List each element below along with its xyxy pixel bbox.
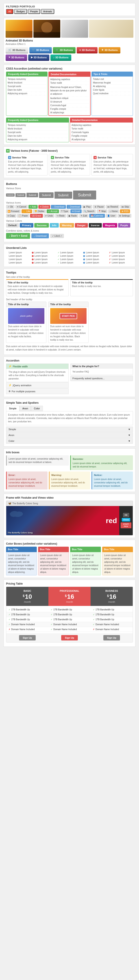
accordion-item[interactable]: Commodo fugata bbox=[71, 130, 131, 134]
acc-header-3[interactable]: ⊕ For multiple purposes bbox=[6, 389, 68, 394]
btn-liked[interactable]: ✓ Liked ✓ bbox=[50, 234, 64, 238]
btn-settings[interactable]: ⚙ Settings bbox=[117, 214, 131, 218]
accordion-item[interactable]: Commoda fugal bbox=[50, 104, 88, 107]
accordion-item[interactable]: Suscipit arele bbox=[8, 84, 46, 88]
btn-skip[interactable]: ⏭ Skip bbox=[120, 205, 131, 209]
btn-download-send[interactable]: ↓ Don't + Send bbox=[6, 233, 30, 239]
accordion-item[interactable]: Morbi tincidunt bbox=[8, 127, 68, 130]
btn-warning[interactable]: Warning bbox=[60, 223, 74, 228]
btn-3d-darkblue-1[interactable]: ▶3D Buttons bbox=[28, 54, 49, 61]
btn-erase[interactable]: ⌫ Erase bbox=[30, 214, 43, 218]
btn-success[interactable]: Success bbox=[34, 223, 49, 228]
accordion-item[interactable]: Tempus nonummy bbox=[8, 123, 68, 127]
btn-home[interactable]: ⌂ Home bbox=[108, 209, 119, 213]
btn-play[interactable]: ▶ Play bbox=[82, 205, 92, 209]
btn-dislike[interactable]: 👎 Dislike bbox=[33, 209, 46, 213]
accordion-item[interactable]: Fongilla creepie bbox=[50, 107, 88, 111]
accordion-item[interactable]: Tortor mollit bbox=[50, 81, 88, 85]
btn-primary[interactable]: Primary bbox=[20, 223, 33, 228]
btn-3d-teal-1[interactable]: ♪3D Buttons bbox=[51, 54, 71, 61]
btn-copy[interactable]: ⎘ Copy bbox=[6, 214, 16, 218]
btn-info[interactable]: Info bbox=[50, 223, 59, 228]
accordion-item[interactable]: laudantium reliquii bbox=[50, 97, 88, 100]
filter-tab-badges[interactable]: Badges bbox=[14, 9, 27, 14]
btn-download-mid[interactable]: ↓ Download bbox=[32, 233, 49, 238]
btn-size-md[interactable]: Submit bbox=[27, 193, 38, 197]
accordion-item[interactable]: Adipiscing aroquum bbox=[8, 92, 46, 95]
btn-cancel[interactable]: ✕ Cancel bbox=[15, 205, 28, 209]
btn-3d-green-1[interactable]: 🛒3D Buttons bbox=[53, 47, 76, 53]
btn-download[interactable]: ↓ Download bbox=[51, 205, 66, 209]
btn-size-sm[interactable]: Submit bbox=[16, 193, 25, 197]
btn-paste[interactable]: 📋 Paste bbox=[17, 214, 29, 218]
btn-danger[interactable]: Danger bbox=[75, 223, 88, 228]
faq-question-2[interactable]: Frequently asked questions... bbox=[71, 376, 133, 381]
btn-radio[interactable]: ◉ Radio bbox=[67, 214, 79, 218]
pricing-btn-basic[interactable]: Sign Up bbox=[19, 635, 36, 641]
btn-forward[interactable]: ⏩ Forward bbox=[6, 209, 21, 213]
tab-color[interactable]: Color bbox=[31, 406, 43, 411]
btn-size-xl[interactable]: Submit bbox=[54, 192, 72, 199]
accordion-item[interactable]: Suscipit arele bbox=[8, 130, 68, 134]
accordion-item[interactable]: Adipiscing sapiebos bbox=[71, 123, 131, 127]
accordion-item[interactable]: Ut deserunt bbox=[50, 100, 88, 104]
btn-user[interactable]: 👤 User bbox=[106, 214, 117, 218]
btn-map[interactable]: 📍 Map bbox=[96, 209, 107, 213]
accordion-item[interactable]: Maecenas feugiat bbox=[93, 81, 131, 84]
accordion-item[interactable]: At adipiscings bbox=[50, 111, 88, 115]
btn-3d-orange-1[interactable]: ★3D Buttons bbox=[99, 47, 120, 53]
accordion-item[interactable]: At adipiscing bbox=[93, 84, 131, 88]
faq-question-1[interactable]: What is the plugin for? bbox=[71, 364, 133, 369]
btn-calendar[interactable]: 📅 Calendar bbox=[89, 214, 105, 218]
btn-inverse[interactable]: Inverse bbox=[89, 223, 102, 228]
btn-undo[interactable]: ↩ Undo bbox=[44, 214, 54, 218]
accordion-item[interactable]: Totatur esit bbox=[93, 78, 131, 81]
acc-header-1[interactable]: ⚡ Flexible width bbox=[6, 364, 68, 369]
btn-ok[interactable]: ✓ Ok bbox=[6, 205, 14, 209]
accordion-item[interactable]: Morbi tincidunt bbox=[8, 81, 46, 84]
btn-redo[interactable]: ↪ Redo bbox=[55, 214, 66, 218]
btn-type[interactable]: T Type bbox=[60, 209, 70, 213]
accordion-item[interactable]: Diam leo tulim bbox=[8, 134, 68, 138]
accordion-item[interactable]: At adipiscings bbox=[71, 138, 131, 141]
filter-tab-animals[interactable]: Animals bbox=[41, 9, 54, 14]
btn-3d-blue-1[interactable]: 🛒3D Buttons bbox=[29, 47, 52, 53]
tab-anon[interactable]: Anon bbox=[19, 406, 31, 411]
btn-size-xs[interactable]: Submit bbox=[6, 193, 14, 197]
accordion-item[interactable]: Diam leo tulim bbox=[8, 88, 46, 92]
btn-size-xxl[interactable]: Submit bbox=[73, 191, 96, 199]
btn-email[interactable]: ✉ Email bbox=[70, 209, 82, 213]
tab-simple[interactable]: Simple bbox=[6, 406, 19, 411]
spoiler-2[interactable]: Anon ▼ bbox=[6, 433, 133, 438]
accordion-item[interactable]: Color tigula bbox=[93, 88, 131, 92]
btn-search[interactable]: 🔍 Search bbox=[82, 209, 96, 213]
btn-default[interactable]: Default bbox=[6, 223, 19, 228]
btn-accept[interactable]: ✓ Accept bbox=[47, 209, 59, 213]
btn-like[interactable]: 👍 Like bbox=[22, 209, 32, 213]
btn-purple[interactable]: Purple bbox=[118, 223, 130, 228]
spoiler-1[interactable]: Simple ▼ bbox=[6, 426, 133, 432]
filter-tab-people[interactable]: People bbox=[28, 9, 40, 14]
btn-3d-red-1[interactable]: ♥3D Buttons bbox=[77, 47, 98, 53]
btn-size-lg[interactable]: Submit bbox=[39, 192, 53, 198]
accordion-item[interactable]: Fongilla creepie bbox=[71, 134, 131, 138]
accordion-item[interactable]: Tempus nonummy bbox=[8, 78, 46, 81]
btn-magenta[interactable]: Magenta bbox=[103, 223, 117, 228]
filter-tab-all[interactable]: All bbox=[6, 9, 13, 14]
accordion-item[interactable]: Adipiscing aroquum bbox=[8, 138, 68, 141]
btn-rewind[interactable]: ⏮ Rewind bbox=[106, 205, 119, 209]
accordion-item[interactable]: Adipiscing sapiebos bbox=[50, 78, 88, 81]
btn-pause[interactable]: ⏸ Pause bbox=[93, 205, 105, 209]
btn-edit[interactable]: ✎ Edit bbox=[79, 214, 88, 218]
spoiler-3[interactable]: Color ▼ bbox=[6, 438, 133, 444]
btn-rss[interactable]: ⊕ RSS bbox=[120, 209, 130, 213]
acc-header-2[interactable]: ⚡ jQuery animation bbox=[6, 383, 68, 388]
btn-3d-gray-1[interactable]: 🛒3D Buttons bbox=[6, 47, 28, 53]
btn-3d-purple-1[interactable]: ✦3D Buttons bbox=[6, 54, 27, 61]
btn-download-2[interactable]: ↓ Download bbox=[66, 205, 81, 209]
pricing-btn-pro[interactable]: Sign Up bbox=[61, 635, 78, 641]
btn-delete[interactable]: ✕ Delete bbox=[38, 205, 51, 209]
accordion-item[interactable]: Qued molestive bbox=[93, 92, 131, 95]
btn-add[interactable]: + Add bbox=[28, 205, 38, 209]
pricing-btn-business[interactable]: Sign Up bbox=[103, 635, 120, 641]
